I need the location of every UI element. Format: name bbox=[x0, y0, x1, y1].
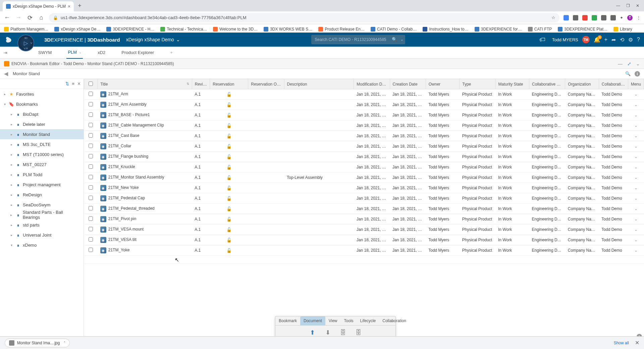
table-row[interactable]: ◉21TM_VESA tilt A.1 🔓 Jan 18, 2021, … Ja… bbox=[84, 235, 644, 245]
sidebar-item[interactable]: ▸∎Universal Joint bbox=[0, 230, 84, 240]
column-header[interactable]: Title ⇅ bbox=[98, 79, 192, 89]
add-tab-icon[interactable]: + bbox=[169, 47, 174, 59]
row-menu-icon[interactable]: ⌄ bbox=[628, 183, 644, 193]
column-header[interactable]: Reservation bbox=[210, 79, 248, 89]
download-item[interactable]: Monitor Stand Ima....jpg ˄ bbox=[5, 339, 70, 347]
toolbar-tab[interactable]: Document bbox=[300, 316, 325, 325]
reload-icon[interactable]: ⟳ bbox=[26, 14, 34, 21]
column-header[interactable]: Type bbox=[460, 79, 495, 89]
bookmark-item[interactable]: Library bbox=[613, 27, 632, 32]
sidebar-item[interactable]: ▸∎Project managment bbox=[0, 180, 84, 190]
row-checkbox[interactable] bbox=[89, 216, 93, 221]
row-menu-icon[interactable]: ⌄ bbox=[628, 89, 644, 100]
bookmark-item[interactable]: Welcome to the 3D… bbox=[213, 27, 258, 32]
toolbar-tab[interactable]: Lifecycle bbox=[357, 316, 379, 325]
ext-icon[interactable] bbox=[582, 15, 588, 20]
compass[interactable]: 3D V V.R ▷ bbox=[17, 35, 34, 51]
bookmark-item[interactable]: Platform Managem… bbox=[4, 27, 48, 32]
row-checkbox[interactable] bbox=[89, 123, 93, 127]
column-header[interactable]: Modification D… bbox=[354, 79, 390, 89]
table-row[interactable]: ◉21TM_Pedestal_threaded A.1 🔓 Jan 18, 20… bbox=[84, 204, 644, 214]
sidebar-item[interactable]: ▸∎MS 3sc_DLTE bbox=[0, 139, 84, 149]
bookmark-item[interactable]: 3DEXPERIENCE Plat… bbox=[558, 27, 607, 32]
bookmark-item[interactable]: Product Release En… bbox=[318, 27, 365, 32]
filter-icon[interactable]: ⇅ bbox=[65, 81, 69, 86]
tab-xd2[interactable]: xD2 bbox=[96, 47, 107, 59]
ext-icon[interactable] bbox=[610, 15, 616, 20]
help-icon[interactable]: ? bbox=[637, 37, 640, 43]
sidebar-item[interactable]: ▸∎std parts bbox=[0, 220, 84, 230]
table-row[interactable]: ◉21TM_Arm Assembly A.1 🔓 Jan 18, 2021, …… bbox=[84, 100, 644, 110]
new-tab-button[interactable]: + bbox=[75, 2, 84, 9]
row-checkbox[interactable] bbox=[89, 164, 93, 169]
bookmark-item[interactable]: 3DX WORKS WEB S… bbox=[264, 27, 312, 32]
table-row[interactable]: ◉21TM_Yoke A.1 🔓 Jan 18, 2021, … Jan 18,… bbox=[84, 245, 644, 256]
column-header[interactable]: Collaborative … bbox=[529, 79, 565, 89]
bookmark-item[interactable]: Technical - Technica… bbox=[160, 27, 207, 32]
row-checkbox[interactable] bbox=[89, 102, 93, 106]
sort-icon[interactable]: ≡ bbox=[72, 81, 74, 86]
info-icon[interactable]: i bbox=[635, 71, 640, 77]
row-checkbox[interactable] bbox=[89, 248, 93, 252]
ext-icon[interactable] bbox=[564, 15, 569, 20]
column-header[interactable]: Reservation O… bbox=[248, 79, 284, 89]
star-icon[interactable]: ☆ bbox=[551, 15, 555, 20]
fullscreen-widget-icon[interactable]: ⤢ bbox=[627, 61, 631, 66]
row-menu-icon[interactable]: ⌄ bbox=[628, 235, 644, 245]
row-checkbox[interactable] bbox=[89, 92, 93, 96]
column-header[interactable]: Organization bbox=[565, 79, 599, 89]
bookmark-item[interactable]: CATI Demo - Collab… bbox=[371, 27, 417, 32]
toolbar-tab[interactable]: Tools bbox=[341, 316, 357, 325]
search-dropdown-icon[interactable]: ⌄ bbox=[400, 38, 403, 41]
column-header[interactable] bbox=[84, 79, 98, 89]
sidebar-item[interactable]: ▸∎Standard Parts - Ball Bearings bbox=[0, 210, 84, 220]
sidebar-item-favorites[interactable]: ▸ ★ Favorites bbox=[0, 89, 84, 99]
sidebar-item[interactable]: ▸∎PLM Todd bbox=[0, 169, 84, 180]
window-close-icon[interactable]: ✕ bbox=[636, 3, 639, 8]
share-icon[interactable]: ➦ bbox=[611, 37, 616, 43]
table-row[interactable]: ◉21TM_Knuckle A.1 🔓 Jan 18, 2021, … Jan … bbox=[84, 162, 644, 172]
table-row[interactable]: ◉21TM_Collar A.1 🔓 Jan 18, 2021, … Jan 1… bbox=[84, 141, 644, 152]
apps-icon[interactable]: ⚙ bbox=[628, 37, 633, 43]
minimize-widget-icon[interactable]: — bbox=[618, 61, 623, 66]
window-minimize-icon[interactable]: — bbox=[616, 3, 620, 8]
row-menu-icon[interactable]: ⌄ bbox=[628, 172, 644, 183]
chevron-up-icon[interactable]: ˄ bbox=[64, 341, 65, 345]
profile-icon[interactable]: T bbox=[627, 15, 633, 20]
sidebar-item[interactable]: ▸∎SeaDooSwym bbox=[0, 200, 84, 210]
collapse-icon[interactable]: ⇥ bbox=[3, 50, 7, 55]
row-menu-icon[interactable]: ⌄ bbox=[628, 141, 644, 152]
window-maximize-icon[interactable]: ❐ bbox=[626, 3, 630, 8]
column-header[interactable]: Revi… bbox=[192, 79, 210, 89]
row-checkbox[interactable] bbox=[89, 196, 93, 200]
ext-icon[interactable] bbox=[592, 15, 597, 20]
chevron-down-icon[interactable]: ⌄ bbox=[79, 50, 82, 54]
nav-back-icon[interactable]: ← bbox=[3, 14, 11, 21]
toolbar-tab[interactable]: Bookmark bbox=[275, 316, 300, 325]
sidebar-item[interactable]: ▾∎xDemo bbox=[0, 240, 84, 250]
table-row[interactable]: ◉21TM_Cast Base A.1 🔓 Jan 18, 2021, … Ja… bbox=[84, 131, 644, 141]
database-icon[interactable]: 🗄 bbox=[339, 328, 347, 337]
download-icon[interactable]: ⬇ bbox=[323, 328, 332, 337]
close-panel-icon[interactable]: ✕ bbox=[77, 81, 81, 86]
row-menu-icon[interactable]: ⌄ bbox=[628, 152, 644, 162]
database-plus-icon[interactable]: 🗄 bbox=[354, 328, 363, 337]
row-checkbox[interactable] bbox=[89, 133, 93, 138]
sidebar-item[interactable]: ▸∎BioDapt bbox=[0, 109, 84, 119]
toolbar-tab[interactable]: Collaboration bbox=[379, 316, 410, 325]
bookmark-item[interactable]: 3DEXPERIENCE - H… bbox=[106, 27, 154, 32]
column-header[interactable]: Description bbox=[284, 79, 354, 89]
tab-plm[interactable]: PLM⌄ bbox=[66, 47, 83, 59]
table-row[interactable]: ◉21TM_Cable Management Clip A.1 🔓 Jan 18… bbox=[84, 120, 644, 131]
show-all-downloads[interactable]: Show all bbox=[614, 341, 629, 345]
back-icon[interactable]: ◀ bbox=[4, 70, 8, 77]
menu-icon[interactable]: ⋮ bbox=[637, 15, 641, 20]
column-header[interactable]: Maturity State bbox=[495, 79, 529, 89]
ext-icon[interactable] bbox=[573, 15, 578, 20]
column-header[interactable]: Owner bbox=[426, 79, 460, 89]
row-checkbox[interactable] bbox=[89, 206, 93, 210]
user-name[interactable]: Todd MYERS bbox=[552, 37, 578, 42]
table-row[interactable]: ◉21TM_Pedestal Cap A.1 🔓 Jan 18, 2021, …… bbox=[84, 193, 644, 204]
collab-icon[interactable]: ⟲ bbox=[620, 37, 624, 43]
sidebar-item[interactable]: ▸∎MST_00227 bbox=[0, 159, 84, 169]
